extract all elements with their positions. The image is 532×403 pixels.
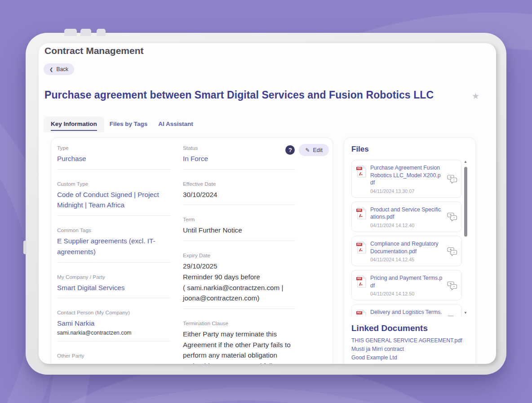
file-text: Pricing and Payment Terms.pdf 04/11/2024… xyxy=(370,274,443,296)
add-comment-icon[interactable] xyxy=(447,212,458,221)
pdf-file-icon: PDF xyxy=(356,165,366,178)
field-effective-date: Effective Date 30/10/2024 xyxy=(183,181,295,206)
field-value-link[interactable]: Sami Narkia xyxy=(57,318,170,329)
background-swirl xyxy=(0,388,532,403)
pdf-file-icon: PDF xyxy=(356,309,366,316)
divider xyxy=(183,309,295,309)
field-value: 30/10/2024 xyxy=(183,189,295,200)
add-comment-icon[interactable] xyxy=(447,175,458,184)
field-contact-person: Contact Person (My Company) Sami Narkia … xyxy=(57,309,170,341)
field-custom-type: Custom Type Code of Conduct Signed | Pro… xyxy=(57,181,170,216)
scroll-up-icon[interactable]: ▲ xyxy=(464,160,467,164)
field-label: Expiry Date xyxy=(183,252,295,259)
tab-key-information[interactable]: Key Information xyxy=(44,116,104,132)
file-item[interactable]: PDF Product and Service Specifications.p… xyxy=(351,202,462,232)
file-name[interactable]: Product and Service Specifications.pdf xyxy=(370,206,443,221)
file-item[interactable]: PDF Purchase Agreement Fusion Robotics L… xyxy=(351,160,462,198)
file-list: PDF Purchase Agreement Fusion Robotics L… xyxy=(351,160,468,316)
divider xyxy=(57,341,170,341)
field-label: Other Party xyxy=(57,353,170,359)
linked-document-link[interactable]: Musti ja Mirri contract xyxy=(351,345,468,354)
field-label: Custom Type xyxy=(57,181,170,187)
add-comment-icon[interactable] xyxy=(447,281,458,290)
field-value-link[interactable]: In Force xyxy=(183,153,295,164)
field-value-link[interactable]: Purchase xyxy=(57,153,170,164)
tablet-top-button xyxy=(64,29,77,36)
file-timestamp: 04/11/2024 14.12.45 xyxy=(370,257,443,262)
file-text: Compliance and Regulatory Documentation.… xyxy=(370,240,443,262)
pdf-file-icon: PDF xyxy=(356,207,366,219)
field-value-link[interactable]: Smart Digital Services xyxy=(57,282,170,293)
linked-document-link[interactable]: THIS GENERAL SERVICE AGREEMENT.pdf xyxy=(351,336,468,345)
back-button[interactable]: ❮ Back xyxy=(44,63,74,75)
linked-documents-title: Linked Documents xyxy=(351,323,468,333)
file-text: Product and Service Specifications.pdf 0… xyxy=(370,206,443,228)
field-other-party: Other Party Fusion Robotics LLC xyxy=(57,353,170,364)
details-middle-column: Status In Force Effective Date 30/10/202… xyxy=(183,145,295,364)
divider xyxy=(183,205,295,205)
field-label: Type xyxy=(57,145,170,151)
field-common-tags: Common Tags E Supplier agreements (excl.… xyxy=(57,227,170,262)
field-value: 29/10/2025 Reminder 90 days before ( sam… xyxy=(183,261,295,304)
field-label: Effective Date xyxy=(183,181,295,187)
chevron-left-icon: ❮ xyxy=(49,67,53,72)
back-label: Back xyxy=(56,66,68,72)
file-item[interactable]: PDF Delivery and Logistics Terms.pdf 04/… xyxy=(351,304,462,316)
field-value-link[interactable]: E Supplier agreements (excl. IT-agreemen… xyxy=(57,236,170,257)
files-card: Files PDF Purchase Agreement Fusion Robo… xyxy=(344,137,476,364)
scroll-down-icon[interactable]: ▼ xyxy=(464,311,467,315)
tab-ai-assistant[interactable]: AI Assistant xyxy=(153,116,199,132)
field-label: Termination Clause xyxy=(183,320,295,327)
file-name[interactable]: Pricing and Payment Terms.pdf xyxy=(370,274,443,289)
key-information-card: ? ✎ Edit Type Purchase Custom Type Code … xyxy=(51,137,333,364)
app-screen: Contract Management ❮ Back Purchase agre… xyxy=(39,43,496,364)
add-comment-icon[interactable] xyxy=(447,315,458,316)
contract-title: Purchase agreement between Smart Digital… xyxy=(44,89,434,101)
file-name[interactable]: Delivery and Logistics Terms.pdf xyxy=(370,309,443,316)
tab-bar: Key Information Files by Tags AI Assista… xyxy=(44,116,199,132)
svg-text:PDF: PDF xyxy=(357,167,361,170)
svg-text:PDF: PDF xyxy=(357,209,361,211)
field-my-company: My Company / Party Smart Digital Service… xyxy=(57,274,170,299)
field-value-link[interactable]: Code of Conduct Signed | Project Midnigh… xyxy=(57,189,170,210)
field-termination-clause: Termination Clause Either Party may term… xyxy=(183,320,295,364)
divider xyxy=(183,169,295,170)
tablet-side-button xyxy=(23,241,27,254)
file-name[interactable]: Compliance and Regulatory Documentation.… xyxy=(370,240,443,255)
svg-text:PDF: PDF xyxy=(357,243,361,246)
edit-button[interactable]: ✎ Edit xyxy=(299,144,329,156)
file-item[interactable]: PDF Compliance and Regulatory Documentat… xyxy=(351,236,462,266)
help-icon[interactable]: ? xyxy=(285,145,295,155)
field-label: Contact Person (My Company) xyxy=(57,309,170,316)
add-comment-icon[interactable] xyxy=(447,247,458,256)
linked-document-link[interactable]: Good Example Ltd xyxy=(351,354,468,362)
divider xyxy=(57,169,170,170)
tab-files-by-tags[interactable]: Files by Tags xyxy=(104,116,153,132)
field-value-link[interactable]: Fusion Robotics LLC xyxy=(57,361,170,364)
svg-text:PDF: PDF xyxy=(357,278,361,280)
file-item[interactable]: PDF Pricing and Payment Terms.pdf 04/11/… xyxy=(351,270,462,300)
file-list-scrollbar: ▲ ▼ xyxy=(463,160,468,316)
divider xyxy=(57,215,170,216)
divider xyxy=(183,241,295,241)
tablet-top-button xyxy=(97,29,106,36)
scrollbar-thumb[interactable] xyxy=(464,167,467,237)
field-status: Status In Force xyxy=(183,145,295,170)
linked-documents-section: Linked Documents THIS GENERAL SERVICE AG… xyxy=(351,323,468,364)
file-name[interactable]: Purchase Agreement Fusion Robotics LLC_M… xyxy=(370,164,443,187)
file-text: Purchase Agreement Fusion Robotics LLC_M… xyxy=(370,164,443,194)
field-value: Either Party may terminate this Agreemen… xyxy=(183,329,295,364)
field-label: Term xyxy=(183,216,295,223)
pdf-file-icon: PDF xyxy=(356,275,366,288)
contract-title-row: Purchase agreement between Smart Digital… xyxy=(44,89,485,101)
field-value: Until Further Notice xyxy=(183,225,295,236)
field-type: Type Purchase xyxy=(57,145,170,170)
details-left-column: Type Purchase Custom Type Code of Conduc… xyxy=(57,145,170,364)
field-label: Common Tags xyxy=(57,227,170,233)
svg-text:PDF: PDF xyxy=(357,312,361,314)
card-actions: ? ✎ Edit xyxy=(285,144,329,156)
favorite-star-icon[interactable]: ★ xyxy=(472,91,479,101)
tablet-frame: Contract Management ❮ Back Purchase agre… xyxy=(26,33,506,375)
contact-email: sami.narkia@contractzen.com xyxy=(57,330,170,336)
file-timestamp: 04/11/2024 13.30.07 xyxy=(370,188,443,194)
